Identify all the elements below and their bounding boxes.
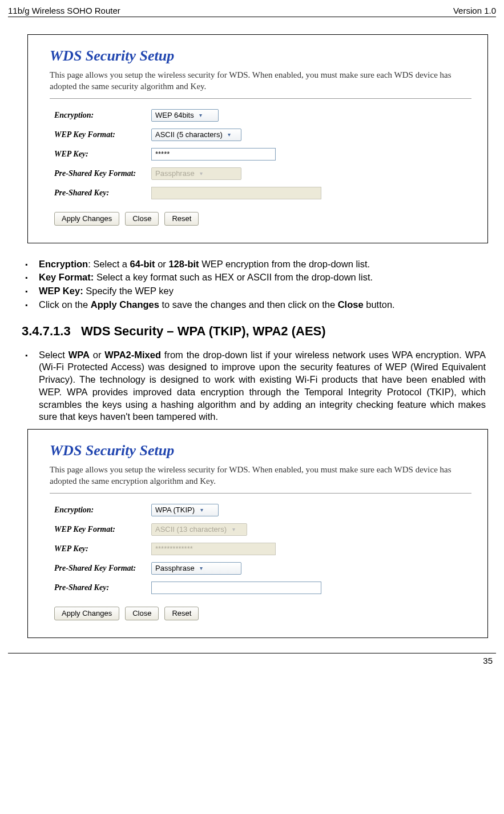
- section-title: WDS Security – WPA (TKIP), WPA2 (AES): [81, 324, 326, 338]
- psk-format-value: Passphrase: [155, 564, 195, 572]
- page-number: 35: [483, 656, 493, 665]
- separator: [50, 98, 471, 99]
- reset-button[interactable]: Reset: [164, 212, 199, 226]
- list-item: Click on the Apply Changes to save the c…: [39, 299, 486, 311]
- list-item: Key Format: Select a key format such as …: [39, 271, 486, 284]
- psk-format-label: Pre-Shared Key Format:: [54, 169, 151, 178]
- encryption-label: Encryption:: [54, 506, 151, 515]
- list-item: WEP Key: Specify the WEP key: [39, 285, 486, 298]
- reset-button[interactable]: Reset: [164, 607, 199, 620]
- list-item: Select WPA or WPA2-Mixed from the drop-d…: [39, 349, 486, 424]
- psk-format-select[interactable]: Passphrase ▾: [151, 562, 241, 575]
- psk-format-value: Passphrase: [155, 169, 195, 178]
- wep-key-label: WEP Key:: [54, 150, 151, 159]
- chevron-down-icon: ▾: [197, 170, 206, 177]
- wds-screenshot-wpa: WDS Security Setup This page allows you …: [27, 429, 488, 638]
- psk-format-select: Passphrase ▾: [151, 167, 241, 180]
- encryption-select[interactable]: WEP 64bits ▾: [151, 109, 219, 122]
- wep-key-input: *************: [151, 543, 276, 555]
- psk-label: Pre-Shared Key:: [54, 583, 151, 592]
- apply-changes-button[interactable]: Apply Changes: [54, 212, 119, 226]
- wep-format-select[interactable]: ASCII (5 characters) ▾: [151, 129, 241, 141]
- section-number: 3.4.7.1.3: [22, 324, 71, 338]
- wds-description: This page allows you setup the wireless …: [50, 464, 471, 487]
- encryption-label: Encryption:: [54, 111, 151, 120]
- close-button[interactable]: Close: [125, 607, 159, 620]
- close-button[interactable]: Close: [125, 212, 159, 226]
- wep-format-value: ASCII (5 characters): [155, 130, 223, 139]
- chevron-down-icon: ▾: [196, 112, 205, 118]
- wep-format-label: WEP Key Format:: [54, 525, 151, 534]
- apply-changes-button[interactable]: Apply Changes: [54, 607, 119, 620]
- psk-label: Pre-Shared Key:: [54, 189, 151, 198]
- wds-title: WDS Security Setup: [50, 47, 471, 65]
- wds-screenshot-wep: WDS Security Setup This page allows you …: [27, 34, 488, 243]
- encryption-select[interactable]: WPA (TKIP) ▾: [151, 504, 219, 516]
- page-footer: 35: [8, 653, 496, 665]
- bullet-list-2: Select WPA or WPA2-Mixed from the drop-d…: [22, 349, 486, 424]
- chevron-down-icon: ▾: [229, 526, 238, 532]
- wep-key-value: *************: [155, 544, 193, 553]
- page-header: 11b/g Wireless SOHO Router Version 1.0: [8, 6, 496, 17]
- chevron-down-icon: ▾: [225, 131, 234, 138]
- psk-input: [151, 187, 321, 199]
- wep-format-value: ASCII (13 characters): [155, 525, 227, 534]
- separator: [50, 493, 471, 494]
- encryption-value: WEP 64bits: [155, 111, 194, 119]
- header-left: 11b/g Wireless SOHO Router: [8, 6, 120, 15]
- section-heading: 3.4.7.1.3 WDS Security – WPA (TKIP), WPA…: [22, 324, 496, 339]
- wds-description: This page allows you setup the wireless …: [50, 69, 471, 93]
- wep-key-input[interactable]: *****: [151, 148, 276, 161]
- psk-format-label: Pre-Shared Key Format:: [54, 564, 151, 573]
- list-item: Encryption: Select a 64-bit or 128-bit W…: [39, 258, 486, 271]
- chevron-down-icon: ▾: [197, 565, 206, 571]
- bullet-list-1: Encryption: Select a 64-bit or 128-bit W…: [22, 258, 486, 311]
- wds-title: WDS Security Setup: [50, 442, 471, 459]
- wep-key-label: WEP Key:: [54, 544, 151, 554]
- wep-format-label: WEP Key Format:: [54, 130, 151, 139]
- header-right: Version 1.0: [453, 6, 496, 15]
- wep-key-value: *****: [155, 150, 170, 158]
- psk-input[interactable]: [151, 582, 321, 594]
- chevron-down-icon: ▾: [197, 507, 206, 513]
- encryption-value: WPA (TKIP): [155, 506, 195, 514]
- wep-format-select: ASCII (13 characters) ▾: [151, 523, 247, 536]
